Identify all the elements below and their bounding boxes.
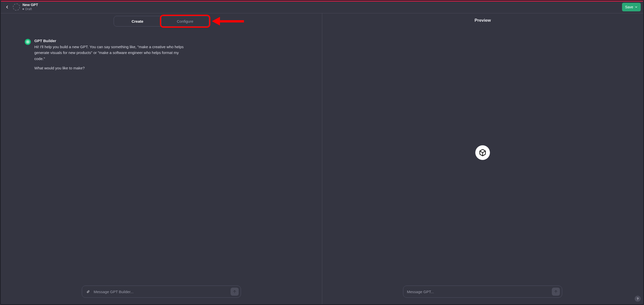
tab-group: Create Configure [114, 16, 209, 26]
builder-send-button[interactable] [231, 288, 239, 296]
arrow-up-icon [554, 290, 558, 294]
page-title: New GPT [22, 3, 38, 7]
builder-line2: What would you like to make? [34, 65, 186, 71]
gpt-avatar-placeholder[interactable] [13, 4, 20, 11]
title-block: New GPT Draft [22, 3, 38, 11]
cube-icon [479, 149, 486, 156]
builder-composer[interactable] [82, 286, 241, 298]
paperclip-icon [87, 289, 90, 294]
preview-input[interactable] [406, 289, 550, 294]
builder-line1: Hi! I'll help you build a new GPT. You c… [34, 44, 186, 62]
builder-pane: Create Configure [1, 13, 322, 304]
builder-conversation: GPT Builder Hi! I'll help you build a ne… [1, 26, 322, 282]
builder-message: GPT Builder Hi! I'll help you build a ne… [25, 39, 186, 74]
arrow-up-icon [233, 290, 237, 294]
gpt-builder-avatar [25, 39, 31, 45]
builder-input[interactable] [93, 289, 229, 294]
openai-logo-icon [26, 40, 30, 44]
preview-placeholder-logo [475, 145, 490, 160]
chevron-down-icon [635, 6, 638, 9]
preview-send-button[interactable] [552, 288, 560, 296]
status-dot-icon [22, 8, 24, 10]
save-button[interactable]: Save [622, 3, 641, 11]
help-button[interactable]: ? [635, 296, 641, 302]
builder-name: GPT Builder [34, 39, 186, 43]
draft-status: Draft [22, 8, 38, 11]
chevron-left-icon [5, 5, 9, 9]
attach-button[interactable] [85, 289, 91, 295]
header-bar: New GPT Draft Save [1, 1, 643, 13]
tab-bar: Create Configure [1, 13, 322, 26]
preview-title: Preview [322, 13, 643, 23]
builder-text: Hi! I'll help you build a new GPT. You c… [34, 44, 186, 71]
tab-configure[interactable]: Configure [161, 16, 209, 26]
status-label: Draft [25, 8, 32, 11]
back-button[interactable] [3, 3, 11, 11]
preview-pane: Preview ? [322, 13, 643, 304]
preview-composer[interactable] [403, 286, 562, 298]
save-button-label: Save [625, 5, 633, 9]
tab-create[interactable]: Create [114, 16, 161, 26]
preview-content [322, 23, 643, 282]
